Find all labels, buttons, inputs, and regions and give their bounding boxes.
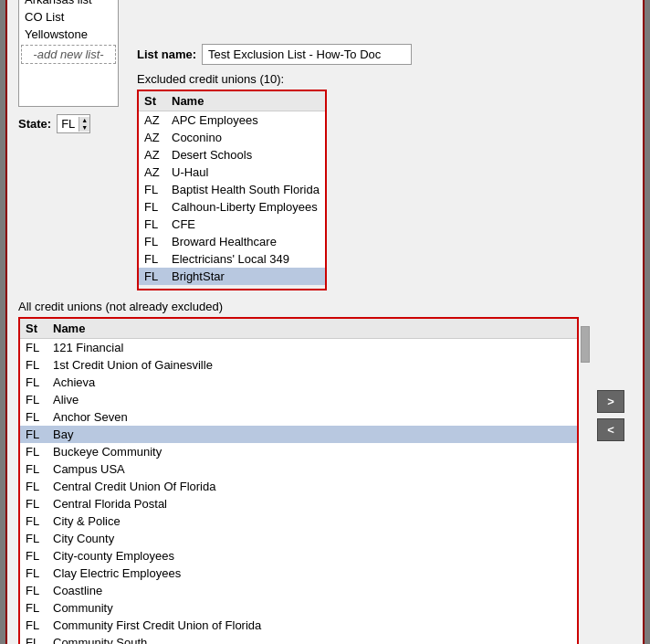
table-row[interactable]: FL121 Financial (20, 339, 577, 357)
table-row[interactable]: FLCampus USA (20, 460, 577, 478)
state-label: State: (18, 117, 51, 131)
table-row[interactable]: FLCity & Police (20, 512, 577, 530)
row-name: Community First Credit Union of Florida (47, 617, 577, 634)
table-row[interactable]: FLCommunity First Credit Union of Florid… (20, 617, 577, 634)
row-st: FL (139, 181, 166, 198)
table-row[interactable]: FLCommunity South (20, 634, 577, 644)
row-name: Achieva (47, 374, 577, 391)
row-st: FL (20, 617, 47, 634)
table-row[interactable]: FLAnchor Seven (20, 408, 577, 426)
row-st: AZ (139, 111, 166, 130)
row-name: Campus USA (47, 460, 577, 478)
row-st: FL (20, 530, 47, 547)
table-row[interactable]: FLCommunity (20, 599, 577, 617)
table-row[interactable]: FLBuckeye Community (20, 443, 577, 460)
row-st: FL (139, 250, 166, 268)
list-item-co[interactable]: CO List (21, 8, 116, 26)
table-row[interactable]: FLBay (20, 426, 577, 443)
exclusion-lists-modal: Exclusion Lists × Exclusion lists: Arkan… (5, 0, 645, 644)
list-item-add-new[interactable]: -add new list- (21, 45, 116, 64)
all-section-title: All credit unions (not already excluded) (18, 300, 632, 313)
add-to-excluded-button[interactable]: > (597, 390, 624, 413)
row-st: AZ (139, 164, 166, 181)
row-st: FL (20, 582, 47, 599)
list-name-input[interactable] (202, 44, 412, 65)
row-st: FL (20, 460, 47, 478)
row-name: City County (47, 530, 577, 547)
state-down-icon[interactable]: ▼ (81, 124, 88, 132)
row-name: Broward Healthcare (166, 233, 325, 250)
row-st: FL (20, 565, 47, 582)
row-name: CFE (166, 216, 325, 233)
row-name: Bay (47, 426, 577, 443)
table-row[interactable]: FLAchieva (20, 374, 577, 391)
row-name: City & Police (47, 512, 577, 530)
row-st: FL (20, 339, 47, 357)
table-row[interactable]: FLCFE (139, 216, 325, 233)
row-st: FL (20, 408, 47, 426)
row-name: U-Haul (166, 164, 325, 181)
row-st: AZ (139, 129, 166, 146)
table-row[interactable]: AZCoconino (139, 129, 325, 146)
list-name-label: List name: (137, 48, 196, 61)
row-st: FL (20, 443, 47, 460)
state-up-icon[interactable]: ▲ (81, 117, 88, 124)
excluded-col-st: St (139, 91, 166, 111)
table-row[interactable]: AZDesert Schools (139, 146, 325, 164)
row-st: FL (20, 512, 47, 530)
row-name: Community South (47, 634, 577, 644)
table-row[interactable]: FLCoastline (20, 582, 577, 599)
row-name: Buckeye Community (47, 443, 577, 460)
row-st: FL (20, 356, 47, 374)
row-name: Electricians' Local 349 (166, 250, 325, 268)
row-name: Desert Schools (166, 146, 325, 164)
list-item-yellowstone[interactable]: Yellowstone (21, 26, 116, 43)
excluded-table-wrapper: St Name AZAPC EmployeesAZCoconinoAZDeser… (137, 90, 327, 290)
row-name: Central Florida Postal (47, 495, 577, 512)
row-name: Coastline (47, 582, 577, 599)
table-row[interactable]: AZU-Haul (139, 164, 325, 181)
row-name: Calhoun-Liberty Employees (166, 198, 325, 216)
list-item-arkansas[interactable]: Arkansas list (21, 0, 116, 8)
all-table: St Name FL121 FinancialFL1st Credit Unio… (20, 319, 577, 644)
table-row[interactable]: FL1st Credit Union of Gainesville (20, 356, 577, 374)
row-st: FL (20, 478, 47, 495)
row-st: FL (20, 547, 47, 565)
row-st: FL (20, 426, 47, 443)
row-st: FL (139, 198, 166, 216)
table-row[interactable]: FLCalhoun-Liberty Employees (139, 198, 325, 216)
state-value: FL (58, 115, 79, 132)
row-st: FL (139, 216, 166, 233)
excluded-col-name: Name (166, 91, 325, 111)
exclusion-lists-box[interactable]: Arkansas list CO List Yellowstone -add n… (18, 0, 119, 107)
table-row[interactable]: FLCity County (20, 530, 577, 547)
table-row[interactable]: FLBroward Healthcare (139, 233, 325, 250)
table-row[interactable]: FLBrightStar (139, 268, 325, 285)
all-table-wrapper: St Name FL121 FinancialFL1st Credit Unio… (18, 317, 579, 644)
row-name: Community (47, 599, 577, 617)
row-st: FL (139, 233, 166, 250)
table-row[interactable]: FLElectricians' Local 349 (139, 250, 325, 268)
table-row[interactable]: FLCentral Credit Union Of Florida (20, 478, 577, 495)
row-st: FL (20, 391, 47, 408)
row-st: FL (20, 374, 47, 391)
state-input[interactable]: FL ▲ ▼ (57, 114, 90, 133)
row-name: APC Employees (166, 111, 325, 130)
row-name: Baptist Health South Florida (166, 181, 325, 198)
row-st: AZ (139, 146, 166, 164)
row-name: Alive (47, 391, 577, 408)
row-name: 1st Credit Union of Gainesville (47, 356, 577, 374)
table-row[interactable]: FLBaptist Health South Florida (139, 181, 325, 198)
table-row[interactable]: FLClay Electric Employees (20, 565, 577, 582)
table-row[interactable]: FLCity-county Employees (20, 547, 577, 565)
row-name: City-county Employees (47, 547, 577, 565)
table-row[interactable]: FLCentral Florida Postal (20, 495, 577, 512)
table-row[interactable]: AZAPC Employees (139, 111, 325, 130)
row-name: 121 Financial (47, 339, 577, 357)
scrollbar-thumb[interactable] (581, 326, 590, 363)
transfer-buttons: > < (590, 390, 632, 441)
table-row[interactable]: FLAlive (20, 391, 577, 408)
row-st: FL (20, 599, 47, 617)
remove-from-excluded-button[interactable]: < (597, 418, 624, 441)
row-name: Coconino (166, 129, 325, 146)
